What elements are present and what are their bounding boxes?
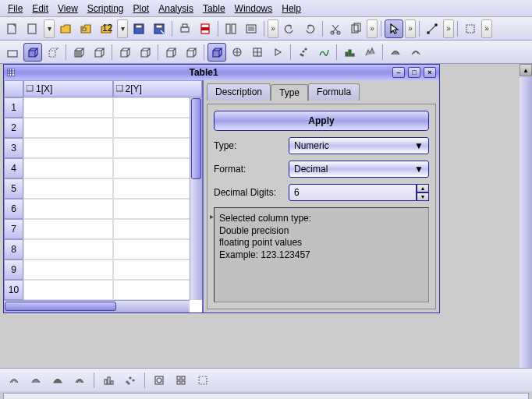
row-header[interactable]: 7	[4, 219, 23, 239]
collapse-icon[interactable]: ▸	[210, 211, 214, 221]
cell[interactable]	[113, 97, 203, 118]
cell[interactable]	[23, 138, 113, 158]
polygon-plot-button[interactable]	[48, 371, 67, 390]
corner-cell[interactable]	[4, 80, 23, 97]
3d-trajectory-button[interactable]	[314, 43, 333, 62]
format-combobox[interactable]: Decimal▼	[289, 161, 429, 178]
main-vertical-scrollbar[interactable]: ▲	[520, 64, 532, 368]
cell[interactable]	[113, 138, 203, 158]
row-header[interactable]: 10	[4, 280, 23, 300]
menu-plot[interactable]: Plot	[129, 2, 154, 16]
type-combobox[interactable]: Numeric▼	[289, 137, 429, 154]
row-header[interactable]: 3	[4, 138, 23, 158]
scrollbar-thumb[interactable]	[5, 302, 116, 311]
wire-plot-button[interactable]	[5, 371, 23, 390]
no-axes-button[interactable]	[44, 43, 62, 62]
cell[interactable]	[23, 97, 113, 118]
animate-button[interactable]	[268, 43, 287, 62]
menu-file[interactable]: File	[3, 2, 27, 16]
cell[interactable]	[23, 260, 113, 280]
digits-input[interactable]	[289, 184, 417, 201]
menu-view[interactable]: View	[53, 2, 83, 16]
row-header[interactable]: 1	[4, 97, 23, 118]
ceil-grid-button[interactable]	[161, 43, 180, 62]
new-table-button[interactable]	[23, 19, 42, 38]
3d-ribbon-button[interactable]	[360, 43, 379, 62]
copy-button[interactable]	[346, 19, 365, 38]
select-tool-button[interactable]	[461, 19, 480, 38]
cell[interactable]	[113, 239, 203, 260]
front-grid-button[interactable]	[69, 43, 88, 62]
floor-grid-button[interactable]	[182, 43, 200, 62]
table-vertical-scrollbar[interactable]	[190, 97, 202, 300]
cell[interactable]	[113, 178, 203, 199]
window-titlebar[interactable]: Table1 – □ ×	[4, 65, 439, 80]
pointer-button[interactable]	[385, 19, 403, 38]
scrollbar-thumb[interactable]	[191, 98, 201, 179]
row-header[interactable]: 6	[4, 199, 23, 219]
menu-edit[interactable]: Edit	[27, 2, 53, 16]
row-header[interactable]: 8	[4, 239, 23, 260]
toolbar-overflow-4[interactable]: »	[443, 19, 454, 38]
window-minimize-button[interactable]: –	[392, 67, 405, 78]
table-horizontal-scrollbar[interactable]	[4, 300, 190, 312]
cell[interactable]	[23, 118, 113, 138]
menu-help[interactable]: Help	[277, 2, 306, 16]
cell[interactable]	[113, 260, 203, 280]
cell[interactable]	[23, 158, 113, 178]
line-tool-button[interactable]	[423, 19, 442, 38]
hidden-line-button[interactable]	[27, 371, 45, 390]
new-project-button[interactable]	[3, 19, 22, 38]
spinner-down-button[interactable]: ▼	[417, 192, 429, 201]
menu-windows[interactable]: Windows	[230, 2, 278, 16]
scatter-plot-button[interactable]	[121, 371, 140, 390]
redo-button[interactable]	[300, 19, 319, 38]
gray-map-button[interactable]	[193, 371, 212, 390]
fit-frame-button[interactable]	[248, 43, 267, 62]
cell[interactable]	[113, 280, 203, 300]
cell[interactable]	[113, 158, 203, 178]
explorer-button[interactable]	[222, 19, 240, 38]
3d-scatter-button[interactable]	[294, 43, 313, 62]
cell[interactable]	[23, 280, 113, 300]
cell[interactable]	[113, 118, 203, 138]
row-header[interactable]: 2	[4, 118, 23, 138]
cut-button[interactable]	[326, 19, 345, 38]
digits-spinner[interactable]: ▲▼	[289, 184, 429, 201]
pdf-button[interactable]	[196, 19, 215, 38]
toolbar-overflow-5[interactable]: »	[481, 19, 492, 38]
tab-formula[interactable]: Formula	[308, 83, 360, 101]
perspective-button[interactable]	[207, 43, 226, 62]
frame-button[interactable]	[3, 43, 22, 62]
open-dropdown[interactable]: ▾	[117, 19, 128, 38]
menu-scripting[interactable]: Scripting	[83, 2, 129, 16]
tab-description[interactable]: Description	[207, 83, 271, 101]
cell[interactable]	[113, 199, 203, 219]
open-recent-button[interactable]: 123	[97, 19, 115, 38]
spinner-up-button[interactable]: ▲	[417, 184, 429, 192]
row-header[interactable]: 4	[4, 158, 23, 178]
toolbar-overflow-3[interactable]: »	[405, 19, 416, 38]
row-header[interactable]: 5	[4, 178, 23, 199]
right-grid-button[interactable]	[115, 43, 134, 62]
new-dropdown[interactable]: ▾	[44, 19, 55, 38]
scroll-up-icon[interactable]: ▲	[520, 64, 532, 76]
column-header-2[interactable]: 2[Y]	[113, 80, 203, 97]
left-grid-button[interactable]	[136, 43, 154, 62]
wire-surface-plot-button[interactable]	[70, 371, 89, 390]
contour-plot-button[interactable]	[150, 371, 168, 390]
back-grid-button[interactable]	[90, 43, 108, 62]
save-button[interactable]	[129, 19, 148, 38]
bar-plot-button[interactable]	[99, 371, 118, 390]
menu-analysis[interactable]: Analysis	[154, 2, 198, 16]
cell[interactable]	[23, 239, 113, 260]
box-button[interactable]	[23, 43, 42, 62]
3d-surface-button[interactable]	[386, 43, 405, 62]
cell[interactable]	[23, 199, 113, 219]
window-maximize-button[interactable]: □	[408, 67, 420, 78]
toolbar-overflow-1[interactable]: »	[268, 19, 278, 38]
row-header[interactable]: 9	[4, 260, 23, 280]
menu-table[interactable]: Table	[198, 2, 230, 16]
undo-button[interactable]	[280, 19, 299, 38]
tab-type[interactable]: Type	[271, 84, 308, 101]
